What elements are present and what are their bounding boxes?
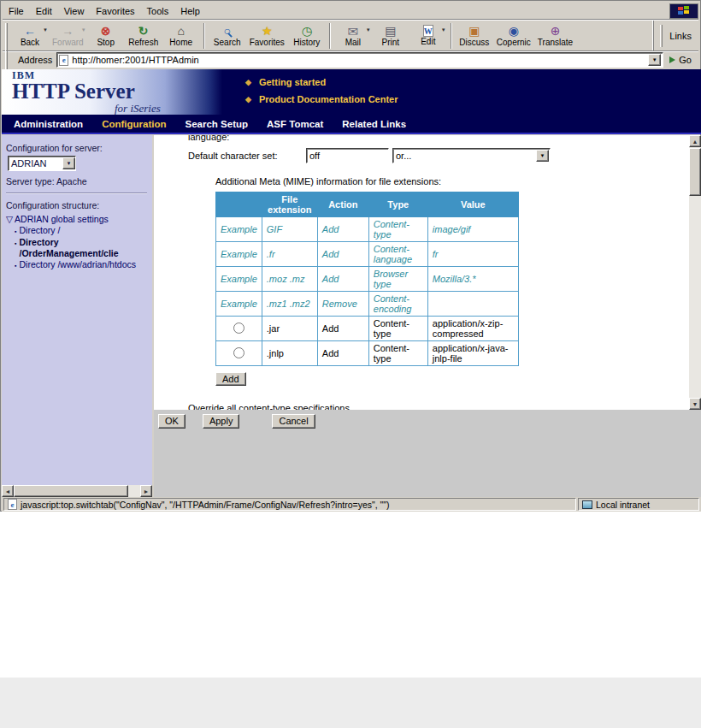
scroll-thumb[interactable] [14, 485, 128, 497]
mime-row-radio[interactable] [233, 347, 244, 358]
discuss-label: Discuss [459, 38, 489, 47]
sidebar-divider [6, 192, 147, 194]
mime-row-radio[interactable] [233, 323, 244, 334]
type-cell: Content-language [368, 242, 427, 267]
history-label: History [293, 38, 320, 47]
server-select[interactable]: ADRIAN ▼ [8, 156, 76, 171]
forward-dropdown-caret[interactable]: ▼ [81, 27, 86, 33]
address-input[interactable]: e http://homer:2001/HTTPAdmin ▼ [56, 52, 663, 68]
scroll-left-arrow[interactable]: ◄ [2, 485, 14, 497]
page-favicon-icon: e [59, 55, 68, 66]
go-button[interactable]: Go [668, 55, 697, 65]
address-dropdown-button[interactable]: ▼ [648, 54, 661, 66]
refresh-button[interactable]: ↻ Refresh [125, 21, 162, 50]
tab-related-links[interactable]: Related Links [342, 119, 406, 129]
mime-example-row: Example .mz1 .mz2 Remove Content-encodin… [216, 292, 519, 317]
tree-item-directory-ordermanagement[interactable]: ▪ Directory /OrderManagement/clie [6, 237, 149, 259]
back-button[interactable]: ← Back ▼ [11, 21, 49, 50]
back-dropdown-caret[interactable]: ▼ [43, 27, 48, 33]
history-button[interactable]: ◷ History [288, 21, 326, 50]
apply-button[interactable]: Apply [203, 414, 240, 429]
toolbar-grip[interactable] [5, 23, 8, 49]
discuss-button[interactable]: ▣ Discuss [456, 21, 493, 50]
edit-dropdown-caret[interactable]: ▼ [441, 27, 446, 33]
charset-or-select[interactable]: or... ▼ [392, 148, 551, 163]
diamond-bullet-icon: ◆ [245, 96, 251, 104]
charset-select-arrow[interactable]: ▼ [536, 150, 549, 162]
mime-example-row: Example .fr Add Content-language fr [216, 242, 519, 267]
bullet-icon: ▪ [15, 260, 16, 271]
sidebar-horizontal-scrollbar[interactable]: ◄ ► [2, 485, 152, 497]
menu-item-tools[interactable]: Tools [141, 4, 175, 18]
forward-button[interactable]: → Forward ▼ [49, 21, 87, 50]
override-line1: Override all content-type specifications [188, 403, 689, 410]
value-cell: application/x-zip-compressed [427, 317, 518, 341]
tab-configuration[interactable]: Configuration [102, 119, 166, 129]
menu-item-edit[interactable]: Edit [30, 4, 58, 18]
product-subtitle: for iSeries [115, 103, 222, 114]
edit-button[interactable]: W Edit ▼ [409, 21, 447, 50]
links-grip[interactable] [660, 25, 663, 47]
tab-search-setup[interactable]: Search Setup [186, 119, 249, 129]
go-arrow-icon [669, 56, 675, 63]
header-type: Type [368, 192, 427, 217]
menu-bar: File Edit View Favorites Tools Help [3, 3, 698, 20]
tab-asf-tomcat[interactable]: ASF Tomcat [267, 119, 323, 129]
screenshot-root: File Edit View Favorites Tools Help ← Ba… [0, 0, 701, 728]
server-select-arrow[interactable]: ▼ [62, 157, 75, 169]
home-button[interactable]: ⌂ Home [162, 21, 200, 50]
empty-header-cell [216, 192, 262, 217]
value-cell: fr [427, 242, 518, 267]
mime-table: File extension Action Type Value Example… [215, 192, 519, 366]
row-select-cell [216, 317, 262, 341]
mail-dropdown-caret[interactable]: ▼ [366, 27, 371, 33]
cancel-button[interactable]: Cancel [272, 414, 315, 429]
menu-item-file[interactable]: File [3, 4, 30, 18]
bullet-icon: ▪ [15, 226, 16, 237]
product-title: HTTP Server [12, 80, 222, 103]
example-cell: Example [216, 267, 262, 292]
tree-root-global-settings[interactable]: ▽ ADRIAN global settings [6, 214, 149, 225]
links-band[interactable]: Links [653, 21, 698, 50]
mail-button[interactable]: ✉ Mail ▼ [334, 21, 372, 50]
server-select-value: ADRIAN [11, 158, 47, 169]
scroll-thumb[interactable] [689, 148, 701, 196]
back-label: Back [21, 38, 39, 47]
scroll-up-arrow[interactable]: ▲ [689, 135, 701, 147]
charset-input[interactable] [306, 148, 389, 163]
print-button[interactable]: ▤ Print [372, 21, 409, 50]
ok-button[interactable]: OK [158, 414, 186, 429]
mail-label: Mail [345, 38, 361, 47]
zone-label: Local intranet [596, 500, 650, 510]
tab-administration[interactable]: Administration [14, 119, 83, 129]
translate-button[interactable]: ⊕ Translate [534, 21, 576, 50]
action-cell: Add [317, 217, 368, 242]
product-doc-center-link[interactable]: ◆ Product Documentation Center [245, 94, 398, 104]
main-frame: language: Default character set: or... ▼… [154, 135, 689, 410]
charset-row: Default character set: or... ▼ [188, 148, 689, 163]
add-button[interactable]: Add [215, 372, 246, 386]
menu-item-help[interactable]: Help [174, 4, 206, 18]
search-button[interactable]: ○ Search [209, 21, 246, 50]
tree-item-label: Directory /OrderManagement/clie [19, 237, 149, 259]
scroll-down-arrow[interactable]: ▼ [689, 398, 701, 410]
go-label: Go [679, 55, 692, 65]
copernic-button[interactable]: ◉ Copernic [493, 21, 534, 50]
menu-item-favorites[interactable]: Favorites [90, 4, 140, 18]
menu-item-view[interactable]: View [58, 4, 91, 18]
status-message-panel: e javascript:top.switchtab("ConfigNav", … [3, 498, 576, 511]
tree-item-directory-htdocs[interactable]: ▪ Directory /www/adrian/htdocs [6, 259, 149, 271]
toolbar: ← Back ▼ → Forward ▼ ⊗ Stop ↻ Refresh ⌂ … [3, 21, 698, 51]
diamond-bullet-icon: ◆ [245, 79, 251, 86]
stop-button[interactable]: ⊗ Stop [87, 21, 125, 50]
getting-started-link[interactable]: ◆ Getting started [245, 77, 398, 87]
links-label: Links [669, 31, 692, 41]
scroll-right-arrow[interactable]: ► [140, 485, 152, 497]
main-vertical-scrollbar[interactable]: ▲ ▼ [689, 135, 701, 410]
forward-icon: → [62, 24, 74, 38]
tree-item-directory-root[interactable]: ▪ Directory / [6, 225, 149, 237]
status-text: javascript:top.switchtab("ConfigNav", "/… [21, 500, 390, 510]
getting-started-label: Getting started [259, 77, 326, 87]
favorites-button[interactable]: ★ Favorites [246, 21, 288, 50]
tree-expand-icon[interactable]: ▽ [6, 214, 13, 225]
